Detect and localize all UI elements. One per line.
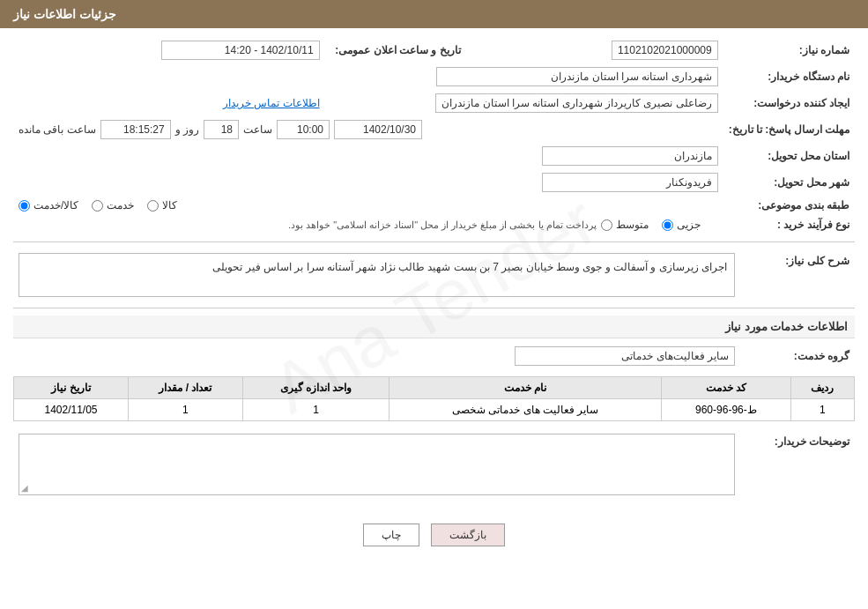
cell-row: 1 [790, 399, 854, 421]
purchase-type-medium[interactable]: متوسط [601, 219, 649, 231]
purchase-type-label: نوع فرآیند خرید : [723, 215, 855, 234]
description-text: اجرای زیرسازی و آسفالت و جوی وسط خیابان … [19, 253, 735, 297]
divider-1 [13, 241, 855, 242]
service-group-table: گروه خدمت: سایر فعالیت‌های خدماتی [13, 343, 855, 369]
reply-remain-value: 18:15:27 [100, 120, 171, 139]
reply-deadline-label: مهلت ارسال پاسخ: تا تاریخ: [723, 116, 855, 143]
buyer-comments-label: توضیحات خریدار: [740, 430, 855, 508]
creator-label: ایجاد کننده درخواست: [723, 90, 855, 116]
need-number-value: 1102102021000009 [612, 41, 718, 60]
col-header-date: تاریخ نیاز [14, 377, 129, 399]
print-button[interactable]: چاپ [363, 524, 419, 546]
resize-icon: ◢ [21, 483, 28, 493]
col-header-count: تعداد / مقدار [128, 377, 242, 399]
description-table: شرح کلی نیاز: اجرای زیرسازی و آسفالت و ج… [13, 249, 855, 301]
reply-time-value: 10:00 [277, 120, 330, 139]
buyer-org-label: نام دستگاه خریدار: [723, 63, 855, 90]
category-option-2[interactable]: خدمت [92, 199, 134, 212]
category-option-3[interactable]: کالا/خدمت [19, 199, 78, 212]
cell-code: ط-96-96-960 [662, 399, 790, 421]
need-number-label: شماره نیاز: [723, 37, 855, 63]
services-table: ردیف کد خدمت نام خدمت واحد اندازه گیری ت… [13, 376, 855, 421]
col-header-unit: واحد اندازه گیری [242, 377, 389, 399]
city-label: شهر محل تحویل: [723, 169, 855, 196]
comments-table: توضیحات خریدار: ◢ [13, 430, 855, 508]
cell-count: 1 [128, 399, 242, 421]
creator-value: رضاعلی نصیری کاریرداز شهرداری استانه سرا… [435, 93, 717, 113]
cell-unit: 1 [242, 399, 389, 421]
col-header-name: نام خدمت [389, 377, 662, 399]
page-header: جزئیات اطلاعات نیاز [0, 0, 868, 28]
services-section-title: اطلاعات خدمات مورد نیاز [13, 316, 855, 338]
button-bar: بازگشت چاپ [13, 515, 855, 555]
col-header-code: کد خدمت [662, 377, 790, 399]
reply-date-value: 1402/10/30 [334, 120, 422, 139]
description-label: شرح کلی نیاز: [740, 249, 855, 301]
category-option-1[interactable]: کالا [147, 199, 177, 212]
cell-date: 1402/11/05 [14, 399, 129, 421]
reply-days-value: 18 [204, 120, 239, 139]
reply-days-label: روز و [175, 123, 199, 136]
cell-name: سایر فعالیت های خدماتی شخصی [389, 399, 662, 421]
reply-time-label: ساعت [243, 123, 272, 136]
service-group-value: سایر فعالیت‌های خدماتی [515, 346, 735, 366]
reply-remain-label: ساعت باقی مانده [19, 123, 96, 136]
service-group-label: گروه خدمت: [740, 343, 855, 369]
page-title: جزئیات اطلاعات نیاز [13, 7, 116, 21]
table-row: 1ط-96-96-960سایر فعالیت های خدماتی شخصی1… [14, 399, 855, 421]
province-value: مازندران [542, 146, 718, 166]
back-button[interactable]: بازگشت [431, 524, 505, 546]
purchase-type-partial[interactable]: جزیی [662, 219, 701, 231]
announce-date-value: 1402/10/11 - 14:20 [161, 41, 320, 60]
announce-date-label: تاریخ و ساعت اعلان عمومی: [325, 37, 466, 63]
col-header-row: ردیف [790, 377, 854, 399]
divider-2 [13, 308, 855, 308]
buyer-org-value: شهرداری استانه سرا استان مازندران [436, 67, 718, 86]
city-value: فریدونکنار [542, 173, 718, 192]
category-label: طبقه بندی موضوعی: [723, 196, 855, 215]
info-table: شماره نیاز: 1102102021000009 تاریخ و ساع… [13, 37, 855, 234]
purchase-note: پرداخت تمام یا بخشی از مبلغ خریدار از مح… [288, 219, 597, 231]
province-label: استان محل تحویل: [723, 143, 855, 169]
buyer-comments-box[interactable]: ◢ [19, 434, 735, 495]
creator-link[interactable]: اطلاعات تماس خریدار [223, 97, 320, 109]
